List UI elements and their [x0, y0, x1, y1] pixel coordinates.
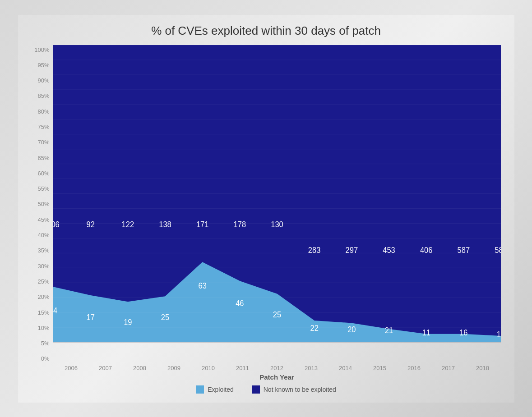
- y-label-0: 0%: [41, 356, 50, 362]
- x-label-2008: 2008: [123, 365, 157, 371]
- y-label-100: 100%: [34, 47, 49, 53]
- exploited-label-2007: 17: [86, 313, 94, 322]
- x-label-2012: 2012: [260, 365, 294, 371]
- not-exploited-label-2010: 171: [196, 220, 208, 229]
- chart-right: 106 92 122 138 171 178 130 283 297 453 4…: [53, 45, 501, 381]
- not-exploited-label-2007: 92: [86, 220, 94, 229]
- exploited-label-2018: 12: [496, 330, 500, 339]
- y-label-5: 5%: [41, 340, 50, 346]
- exploited-label-2006: 24: [53, 306, 57, 315]
- x-label-2011: 2011: [226, 365, 260, 371]
- y-label-25: 25%: [37, 279, 49, 284]
- y-label-95: 95%: [37, 62, 49, 68]
- exploited-label-2011: 46: [236, 299, 244, 308]
- not-exploited-label-2008: 122: [121, 220, 134, 229]
- not-exploited-label-2011: 178: [233, 220, 246, 229]
- x-label-2016: 2016: [397, 365, 431, 371]
- y-label-70: 70%: [37, 139, 49, 145]
- x-label-2015: 2015: [363, 365, 397, 371]
- legend-exploited: Exploited: [196, 385, 234, 394]
- not-exploited-label-2017: 587: [457, 246, 470, 255]
- y-label-85: 85%: [37, 93, 49, 99]
- y-label-35: 35%: [37, 247, 49, 253]
- legend: Exploited Not known to be exploited: [196, 385, 336, 394]
- y-label-10: 10%: [37, 325, 49, 331]
- exploited-label-2012: 25: [273, 310, 281, 319]
- y-label-90: 90%: [37, 78, 49, 83]
- not-exploited-label-2009: 138: [159, 220, 171, 229]
- y-label-50: 50%: [37, 201, 49, 207]
- chart-title: % of CVEs exploited within 30 days of pa…: [151, 24, 381, 38]
- x-label-2014: 2014: [328, 365, 363, 371]
- y-axis: 100% 95% 90% 85% 80% 75% 70% 65% 60% 55%…: [32, 45, 53, 381]
- y-label-15: 15%: [37, 310, 49, 316]
- not-exploited-label-2018: 588: [495, 246, 501, 255]
- y-label-40: 40%: [37, 232, 49, 238]
- legend-exploited-label: Exploited: [208, 386, 234, 393]
- exploited-label-2017: 16: [459, 328, 467, 337]
- legend-exploited-box: [196, 385, 204, 394]
- not-exploited-label-2012: 130: [271, 220, 283, 229]
- x-label-2018: 2018: [466, 365, 500, 371]
- y-label-55: 55%: [37, 186, 49, 192]
- not-exploited-label-2014: 297: [345, 246, 358, 255]
- not-exploited-label-2015: 453: [383, 246, 395, 255]
- x-label-2006: 2006: [54, 365, 88, 371]
- y-label-75: 75%: [37, 124, 49, 130]
- x-label-2010: 2010: [191, 365, 226, 371]
- not-exploited-label-2013: 283: [308, 246, 320, 255]
- exploited-label-2014: 20: [347, 325, 356, 334]
- legend-not-exploited: Not known to be exploited: [252, 385, 336, 394]
- x-label-2017: 2017: [431, 365, 466, 371]
- y-label-45: 45%: [37, 217, 49, 223]
- chart-area: 100% 95% 90% 85% 80% 75% 70% 65% 60% 55%…: [32, 45, 501, 381]
- exploited-label-2013: 22: [310, 324, 318, 333]
- x-axis-title: Patch Year: [53, 373, 501, 381]
- chart-svg: 106 92 122 138 171 178 130 283 297 453 4…: [53, 45, 501, 362]
- x-label-2009: 2009: [157, 365, 191, 371]
- exploited-label-2015: 21: [384, 326, 393, 335]
- y-label-60: 60%: [37, 170, 49, 176]
- y-label-65: 65%: [37, 155, 49, 161]
- y-label-80: 80%: [37, 109, 49, 115]
- not-exploited-label-2016: 406: [420, 246, 432, 255]
- y-label-30: 30%: [37, 263, 49, 269]
- legend-not-exploited-label: Not known to be exploited: [264, 386, 336, 393]
- x-label-2007: 2007: [88, 365, 123, 371]
- x-label-2013: 2013: [294, 365, 328, 371]
- exploited-label-2010: 63: [198, 281, 206, 290]
- legend-not-exploited-box: [252, 385, 260, 394]
- exploited-label-2009: 25: [161, 313, 169, 322]
- exploited-label-2008: 19: [124, 318, 132, 327]
- not-exploited-label-2006: 106: [53, 220, 60, 229]
- x-axis: 2006 2007 2008 2009 2010 2011 2012 2013 …: [53, 362, 501, 371]
- chart-container: % of CVEs exploited within 30 days of pa…: [18, 15, 514, 403]
- exploited-label-2016: 11: [422, 328, 430, 337]
- y-label-20: 20%: [37, 294, 49, 300]
